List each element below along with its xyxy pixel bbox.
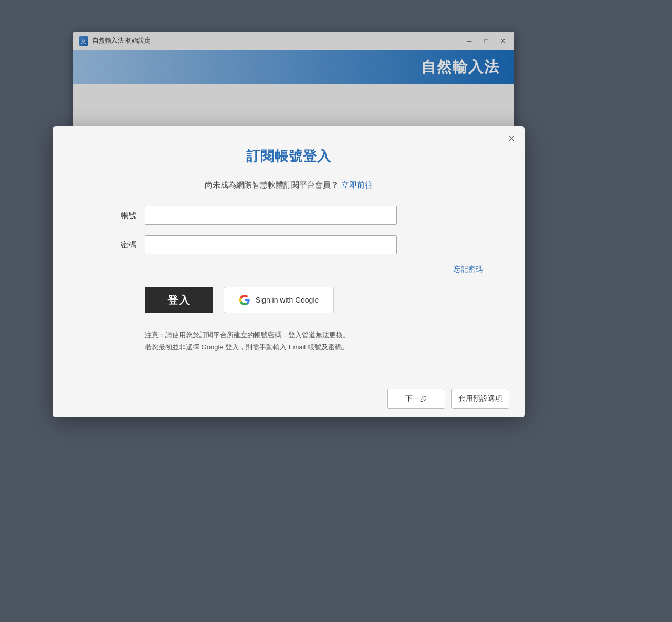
- google-signin-button[interactable]: Sign in with Google: [224, 287, 334, 313]
- next-button[interactable]: 下一步: [387, 389, 445, 409]
- account-row: 帳號: [94, 206, 483, 225]
- forgot-link-row: 忘記密碼: [94, 265, 483, 274]
- notice-line1: 注意：請使用您於訂閱平台所建立的帳號密碼，登入管道無法更換。: [145, 329, 483, 341]
- join-link[interactable]: 立即前往: [341, 180, 373, 189]
- modal-title: 訂閱帳號登入: [94, 147, 483, 165]
- forgot-password-link[interactable]: 忘記密碼: [454, 265, 483, 274]
- password-row: 密碼: [94, 235, 483, 254]
- google-btn-label: Sign in with Google: [256, 296, 319, 304]
- login-modal: ✕ 訂閱帳號登入 尚未成為網際智慧軟體訂閱平台會員？ 立即前往 帳號 密碼 忘記…: [52, 126, 525, 417]
- password-input[interactable]: [145, 235, 397, 254]
- apply-defaults-button[interactable]: 套用預設選項: [452, 389, 509, 409]
- notice-line2: 若您最初並非選擇 Google 登入，則需手動輸入 Email 帳號及密碼。: [145, 341, 483, 353]
- google-icon: [239, 294, 250, 306]
- button-row: 登入 Sign in with Google: [94, 287, 483, 313]
- modal-subtitle: 尚未成為網際智慧軟體訂閱平台會員？ 立即前往: [94, 180, 483, 190]
- account-label: 帳號: [94, 211, 136, 221]
- login-button[interactable]: 登入: [145, 287, 213, 313]
- notice-text: 注意：請使用您於訂閱平台所建立的帳號密碼，登入管道無法更換。 若您最初並非選擇 …: [94, 329, 483, 354]
- modal-subtitle-text: 尚未成為網際智慧軟體訂閱平台會員？: [205, 180, 339, 189]
- modal-close-button[interactable]: ✕: [505, 132, 518, 145]
- account-input[interactable]: [145, 206, 397, 225]
- modal-footer: 下一步 套用預設選項: [52, 380, 525, 417]
- modal-body: 訂閱帳號登入 尚未成為網際智慧軟體訂閱平台會員？ 立即前往 帳號 密碼 忘記密碼…: [52, 126, 525, 380]
- password-label: 密碼: [94, 240, 136, 250]
